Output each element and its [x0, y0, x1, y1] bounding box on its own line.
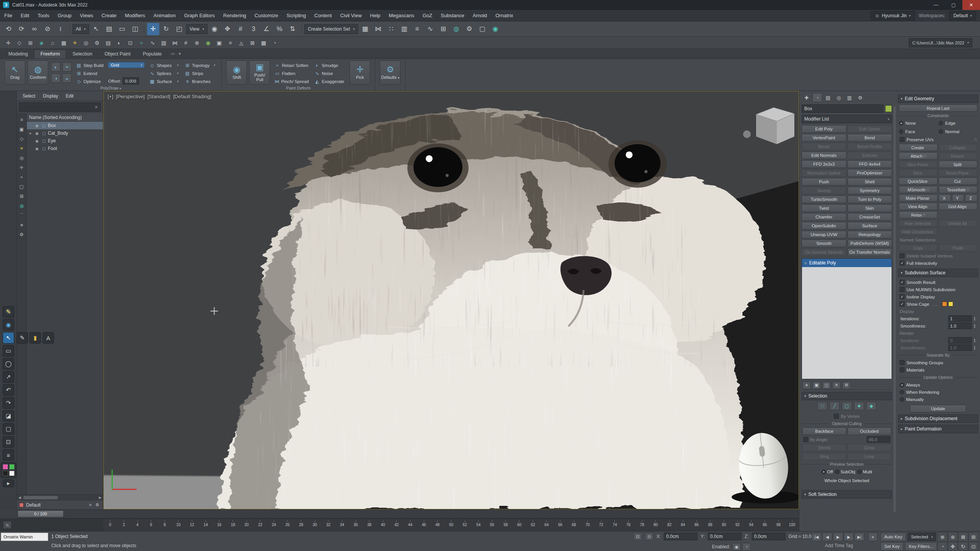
- hash-icon[interactable]: #: [181, 38, 191, 48]
- modifier-button[interactable]: Unwrap UVW: [802, 231, 846, 238]
- active-layer-bar[interactable]: Default ≡⚙: [17, 500, 103, 509]
- grow-button[interactable]: Grow: [848, 444, 892, 452]
- modifier-button[interactable]: VertexPaint: [802, 134, 846, 142]
- edit-geometry-button[interactable]: X: [939, 194, 951, 202]
- explorer-search-input[interactable]: ✕: [19, 103, 101, 112]
- edit-geometry-button[interactable]: Unhide All: [939, 220, 977, 227]
- edit-geometry-rollout-header[interactable]: ▾ Edit Geometry: [898, 95, 978, 103]
- checkbox[interactable]: ✓: [900, 294, 905, 299]
- value-field[interactable]: 1.0: [948, 344, 972, 351]
- update-option-radio[interactable]: Manually: [898, 396, 978, 403]
- menu-item[interactable]: Megascans: [385, 10, 418, 21]
- select-and-rotate-icon[interactable]: ↻: [160, 23, 172, 35]
- menu-item[interactable]: Create: [97, 10, 121, 21]
- polydraw-mode-dropdown[interactable]: Grid▾: [108, 62, 145, 68]
- viewport-label-segment[interactable]: [Standard]: [147, 94, 170, 99]
- select-and-move-icon[interactable]: ✛: [147, 23, 159, 35]
- settings-box-icon[interactable]: □: [927, 188, 929, 192]
- menu-item[interactable]: Modifiers: [121, 10, 149, 21]
- utilities-tab-icon[interactable]: ⚙: [855, 93, 865, 102]
- stack-empty-area[interactable]: [802, 267, 892, 379]
- ellipse-tool-icon[interactable]: ◯: [3, 358, 14, 370]
- named-selection-set-dropdown[interactable]: Create Selection Set▾: [304, 24, 358, 34]
- scene-object-row[interactable]: ◉ ▢ Eye: [27, 137, 103, 145]
- menu-item[interactable]: Rendering: [219, 10, 250, 21]
- object-color-swatch[interactable]: [885, 105, 892, 112]
- pin-stack-icon[interactable]: ∗: [802, 381, 811, 389]
- occluded-button[interactable]: Occluded: [848, 427, 892, 435]
- preview-selection-radio[interactable]: ●Off: [822, 469, 833, 474]
- scene-object-row[interactable]: ◉ ▢ Box: [27, 122, 103, 129]
- framed-square-icon[interactable]: ▣: [214, 38, 224, 48]
- select-and-link-icon[interactable]: ∞: [28, 23, 41, 35]
- menu-item[interactable]: Help: [366, 10, 385, 21]
- close-button[interactable]: ✕: [962, 0, 980, 10]
- soft-selection-rollout-header[interactable]: ▾ Soft Selection: [802, 490, 892, 499]
- selection-region-icon[interactable]: ▭: [116, 23, 128, 35]
- explorer-settings-icon[interactable]: ⚙: [18, 231, 25, 238]
- edit-geometry-button[interactable]: Hide Selected: [899, 220, 938, 227]
- backface-button[interactable]: Backface: [802, 427, 846, 435]
- by-vertex-checkbox[interactable]: [834, 414, 839, 419]
- circle-plus-icon[interactable]: ⊕: [192, 38, 202, 48]
- modifier-button[interactable]: Bevel: [802, 143, 846, 150]
- modifier-button[interactable]: FFD 4x4x4: [848, 160, 892, 168]
- conform-option-icon[interactable]: ◒: [62, 73, 72, 83]
- filter-materials-icon[interactable]: ◍: [18, 202, 25, 209]
- update-option-radio[interactable]: ●Always: [898, 381, 978, 388]
- viewport-label-segment[interactable]: [Perspective]: [116, 94, 145, 99]
- dense-grid-icon[interactable]: ▩: [258, 38, 269, 48]
- menu-item[interactable]: Animation: [149, 10, 180, 21]
- menu-item[interactable]: Civil View: [336, 10, 366, 21]
- pick-button[interactable]: ✛Pick: [350, 60, 370, 85]
- edge-mode-icon[interactable]: ╱: [830, 402, 840, 410]
- modifier-button[interactable]: Shell: [848, 178, 892, 186]
- visibility-eye-icon[interactable]: ◉: [34, 139, 40, 143]
- dot-square-icon[interactable]: ⊡: [125, 38, 136, 48]
- clear-board-icon[interactable]: ▢: [3, 423, 14, 435]
- subdivision-surface-rollout-header[interactable]: ▾ Subdivision Surface: [898, 269, 978, 277]
- schematic-view-icon[interactable]: ⊞: [437, 23, 449, 35]
- ribbon-tab[interactable]: Object Paint: [98, 50, 137, 59]
- filter-groups-icon[interactable]: ▢: [18, 183, 25, 190]
- pen-glow-icon[interactable]: ✎: [3, 306, 14, 318]
- subdivision-displacement-rollout-header[interactable]: ▸ Subdivision Displacement: [898, 414, 978, 423]
- ribbon-tab[interactable]: Modeling: [2, 50, 34, 59]
- filled-circle-icon[interactable]: ◉: [203, 38, 213, 48]
- menu-icon[interactable]: ≡: [3, 449, 14, 461]
- grid-icon[interactable]: ▦: [59, 38, 69, 48]
- gear-icon[interactable]: ⚙: [92, 38, 102, 48]
- set-key-button[interactable]: Set Key: [880, 542, 903, 551]
- clear-search-icon[interactable]: ✕: [95, 105, 98, 110]
- modifier-button[interactable]: ProOptimizer: [848, 169, 892, 177]
- make-unique-icon[interactable]: ◫: [822, 381, 831, 389]
- create-tab-icon[interactable]: ✚: [802, 93, 812, 102]
- explorer-sort-icon[interactable]: ≡: [18, 116, 25, 123]
- project-folder-dropdown[interactable]: C:\Users\JI...\3ds Max 2022 ▾: [909, 38, 972, 47]
- align-icon[interactable]: ∷: [385, 23, 397, 35]
- constraint-radio[interactable]: Normal: [939, 128, 977, 135]
- eye-visibility-icon[interactable]: ◉: [3, 319, 14, 331]
- waves-icon[interactable]: ≈: [136, 38, 147, 48]
- preserve-uvs-checkbox[interactable]: [900, 137, 905, 142]
- copy-button[interactable]: Copy: [899, 244, 938, 251]
- modify-tab-icon[interactable]: ◔: [812, 93, 822, 102]
- menu-item[interactable]: Substance: [436, 10, 468, 21]
- filter-shapes-icon[interactable]: ◇: [18, 135, 25, 142]
- go-to-end-icon[interactable]: ▶|: [854, 533, 864, 541]
- explorer-menu[interactable]: Select: [19, 93, 39, 99]
- value-field[interactable]: 0: [948, 337, 972, 344]
- motion-tab-icon[interactable]: ◎: [834, 93, 844, 102]
- scroll-right-icon[interactable]: ▶: [97, 495, 103, 500]
- edit-geometry-button[interactable]: Reset Plane: [939, 169, 977, 176]
- z-coordinate-field[interactable]: 0.0cm: [752, 533, 786, 540]
- ring-button[interactable]: Ring: [802, 453, 846, 460]
- key-mode-dropdown[interactable]: Selected▾: [908, 533, 936, 541]
- modifier-list-dropdown[interactable]: Modifier List ▾: [802, 115, 892, 123]
- modifier-button[interactable]: PathDeform (WSM): [848, 240, 892, 247]
- material-editor-icon[interactable]: ◍: [450, 23, 462, 35]
- select-object-icon[interactable]: ↖: [90, 23, 102, 35]
- menu-item[interactable]: GoZ: [418, 10, 436, 21]
- panel-scrollbar[interactable]: [893, 106, 896, 512]
- menu-item[interactable]: Graph Editors: [180, 10, 219, 21]
